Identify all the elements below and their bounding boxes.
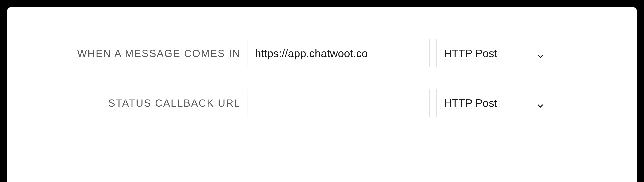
select-value: HTTP Post [444,97,532,109]
message-comes-in-url-input[interactable] [248,39,430,67]
settings-card: WHEN A MESSAGE COMES IN HTTP Post STATUS… [7,7,637,182]
status-callback-label: STATUS CALLBACK URL [28,97,240,109]
status-callback-method-select[interactable]: HTTP Post [436,89,551,117]
message-comes-in-method-select[interactable]: HTTP Post [436,39,551,67]
status-callback-url-input[interactable] [248,89,430,117]
chevron-down-icon [537,50,544,57]
message-comes-in-label: WHEN A MESSAGE COMES IN [28,47,240,59]
message-comes-in-row: WHEN A MESSAGE COMES IN HTTP Post [28,39,616,67]
select-value: HTTP Post [444,47,532,60]
chevron-down-icon [537,99,544,107]
status-callback-row: STATUS CALLBACK URL HTTP Post [28,89,616,117]
